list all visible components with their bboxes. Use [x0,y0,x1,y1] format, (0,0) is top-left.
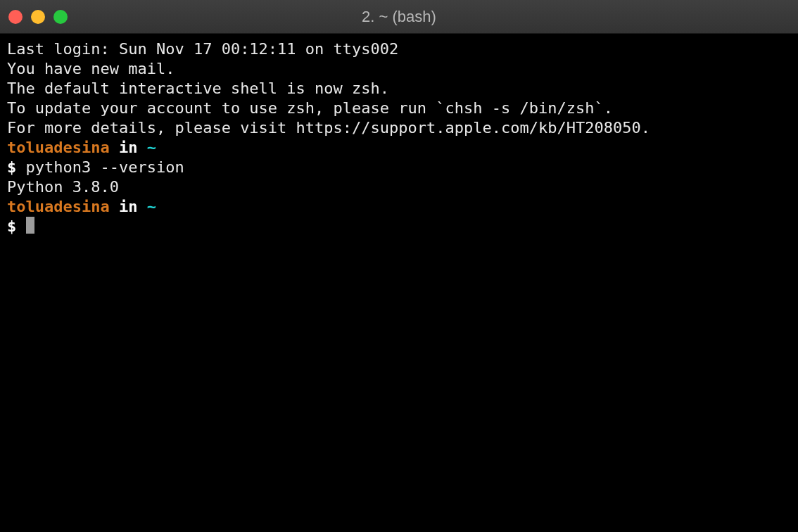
titlebar[interactable]: 2. ~ (bash) [0,0,798,34]
command-text: python3 --version [26,158,184,176]
prompt-user: toluadesina [7,198,110,215]
prompt-in: in [110,139,147,156]
terminal-output-line: For more details, please visit https://s… [7,118,791,138]
prompt-line: toluadesina in ~ [7,138,791,158]
prompt-path: ~ [147,198,156,215]
prompt-symbol: $ [7,158,26,176]
window-title: 2. ~ (bash) [0,8,798,26]
command-line: $ python3 --version [7,158,791,177]
prompt-path: ~ [147,139,156,156]
prompt-symbol: $ [7,217,26,235]
maximize-icon[interactable] [53,10,68,24]
prompt-line: toluadesina in ~ [7,197,791,217]
terminal-output-line: The default interactive shell is now zsh… [7,79,791,99]
minimize-icon[interactable] [31,10,45,24]
cursor-icon [26,217,34,234]
terminal-window: 2. ~ (bash) Last login: Sun Nov 17 00:12… [0,0,798,532]
terminal-output-line: You have new mail. [7,59,791,79]
terminal-output-line: Python 3.8.0 [7,177,791,197]
traffic-lights [8,10,68,24]
terminal-output-line: To update your account to use zsh, pleas… [7,99,791,118]
terminal-output-line: Last login: Sun Nov 17 00:12:11 on ttys0… [7,39,791,59]
prompt-user: toluadesina [7,139,110,156]
terminal-body[interactable]: Last login: Sun Nov 17 00:12:11 on ttys0… [0,34,798,532]
prompt-in: in [110,198,147,215]
command-line[interactable]: $ [7,217,791,236]
close-icon[interactable] [8,10,23,24]
